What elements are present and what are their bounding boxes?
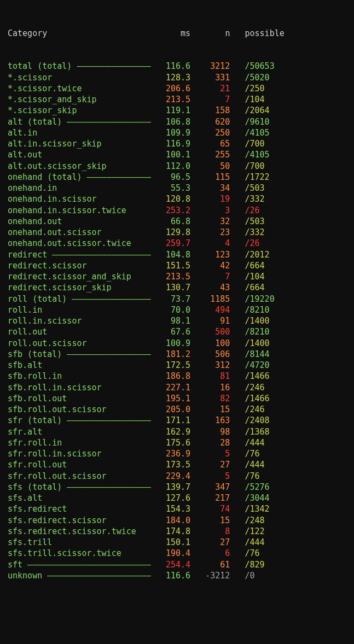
cell-n: 255: [190, 150, 230, 160]
table-row: redirect.scissor_and_skip 213.5 7 /104: [8, 271, 346, 282]
cell-possible: /104: [245, 95, 265, 104]
cell-possible: /76: [245, 449, 260, 459]
table-row: alt.in.scissor_skip 116.9 65 /700: [8, 138, 346, 149]
cell-category: sfb.alt: [8, 360, 151, 370]
cell-ms: 213.5: [151, 95, 190, 104]
header-ms: ms: [181, 28, 190, 38]
cell-ms: 162.9: [151, 427, 190, 437]
table-row: sft ––––––––––––––––––––––––– 254.4 61 /…: [8, 559, 346, 570]
table-row: *.scissor_and_skip 213.5 7 /104: [8, 94, 346, 105]
cell-ms: 151.5: [151, 261, 190, 271]
table-row: onehand (total) ––––––––––––– 96.5 115 /…: [8, 172, 346, 183]
table-row: onehand.in 55.3 34 /503: [8, 183, 346, 194]
table-row: roll.out.scissor 100.9 100 /1400: [8, 338, 346, 349]
cell-category: redirect.scissor_and_skip: [8, 272, 151, 282]
table-row: sfs.alt 127.6 217 /3044: [8, 493, 346, 504]
cell-n: 115: [190, 172, 230, 182]
cell-ms: 98.1: [151, 316, 190, 326]
cell-category: sfb.roll.in.scissor: [8, 383, 151, 393]
cell-possible: /8144: [245, 349, 270, 359]
cell-possible: /1466: [245, 394, 270, 403]
cell-possible: /829: [245, 560, 265, 570]
cell-n: 506: [190, 349, 230, 359]
stats-table: Category ms n possible total (total) –––…: [0, 0, 354, 600]
table-row: *.scissor_skip 119.1 158 /2064: [8, 105, 346, 116]
cell-n: 42: [190, 261, 230, 271]
cell-n: -3212: [190, 571, 230, 581]
header-gap-2: [190, 28, 225, 38]
cell-ms: 106.8: [151, 117, 190, 127]
cell-ms: 186.8: [151, 371, 190, 381]
cell-n: 7: [190, 95, 230, 104]
cell-category: roll (total) ––––––––––––––––: [8, 294, 151, 304]
cell-n: 98: [190, 427, 230, 437]
cell-n: 158: [190, 106, 230, 115]
cell-ms: 119.1: [151, 106, 190, 115]
cell-category: roll.out.scissor: [8, 338, 151, 348]
cell-ms: 96.5: [151, 172, 190, 182]
table-row: roll.out 67.6 500 /8210: [8, 326, 346, 337]
cell-possible: /1466: [245, 371, 270, 381]
cell-n: 347: [190, 482, 230, 492]
cell-category: onehand.in.scissor.twice: [8, 206, 151, 215]
cell-possible: /104: [245, 272, 265, 282]
cell-possible: /664: [245, 283, 265, 292]
cell-possible: /246: [245, 383, 265, 393]
cell-category: onehand.in: [8, 183, 151, 193]
header-possible: possible: [245, 28, 285, 38]
cell-possible: /26: [245, 206, 260, 215]
cell-ms: 100.1: [151, 150, 190, 160]
table-row: sfb.roll.out 195.1 82 /1466: [8, 393, 346, 404]
cell-ms: 171.1: [151, 415, 190, 425]
cell-possible: /8210: [245, 327, 270, 337]
cell-possible: /1722: [245, 172, 270, 182]
cell-possible: /26: [245, 238, 260, 248]
cell-category: sfs.alt: [8, 493, 151, 503]
header-category: Category: [8, 28, 47, 38]
cell-category: unknown –––––––––––––––––––––: [8, 571, 151, 581]
cell-n: 7: [190, 272, 230, 282]
cell-n: 100: [190, 338, 230, 348]
table-row: sfs.trill.scissor.twice 190.4 6 /76: [8, 548, 346, 559]
cell-n: 5: [190, 471, 230, 481]
cell-possible: /1400: [245, 338, 270, 348]
cell-n: 5: [190, 449, 230, 459]
cell-category: redirect.scissor: [8, 261, 151, 271]
cell-category: roll.in: [8, 305, 151, 315]
cell-n: 21: [190, 84, 230, 93]
cell-n: 23: [190, 227, 230, 237]
table-row: onehand.out.scissor.twice 259.7 4 /26: [8, 238, 346, 249]
cell-n: 82: [190, 394, 230, 403]
table-row: sfs.trill 150.1 27 /444: [8, 537, 346, 548]
cell-category: sfr.roll.in.scissor: [8, 449, 151, 459]
cell-category: sfr.roll.out.scissor: [8, 471, 151, 481]
cell-possible: /50653: [245, 61, 275, 71]
cell-category: sfb.roll.out: [8, 394, 151, 403]
cell-possible: /700: [245, 139, 265, 149]
cell-possible: /76: [245, 548, 260, 558]
cell-possible: /2408: [245, 415, 270, 425]
table-row: alt.in 109.9 250 /4105: [8, 127, 346, 138]
cell-possible: /1400: [245, 316, 270, 326]
cell-possible: /444: [245, 438, 265, 448]
cell-n: 312: [190, 360, 230, 370]
cell-n: 15: [190, 405, 230, 414]
cell-ms: 184.0: [151, 516, 190, 525]
cell-possible: /3044: [245, 493, 270, 503]
cell-n: 123: [190, 250, 230, 260]
cell-category: sfb.roll.in: [8, 371, 151, 381]
cell-possible: /664: [245, 261, 265, 271]
cell-ms: 254.4: [151, 560, 190, 570]
cell-n: 74: [190, 504, 230, 514]
cell-possible: /503: [245, 183, 265, 193]
cell-n: 620: [190, 117, 230, 127]
cell-ms: 129.8: [151, 227, 190, 237]
cell-possible: /4105: [245, 128, 270, 138]
cell-n: 27: [190, 460, 230, 470]
cell-n: 15: [190, 516, 230, 525]
cell-n: 19: [190, 194, 230, 204]
table-row: sfb.roll.out.scissor 205.0 15 /246: [8, 404, 346, 415]
table-row: sfr.alt 162.9 98 /1368: [8, 426, 346, 437]
table-row: onehand.in.scissor.twice 253.2 3 /26: [8, 205, 346, 216]
cell-ms: 175.6: [151, 438, 190, 448]
